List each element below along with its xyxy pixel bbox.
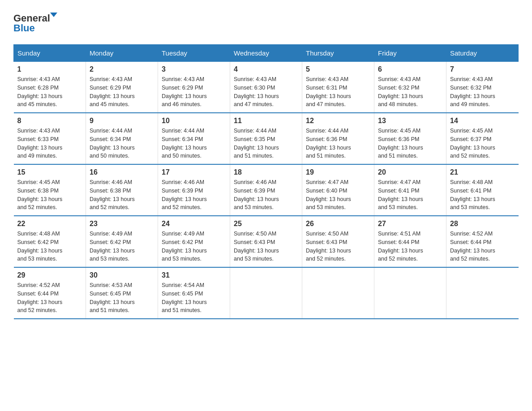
calendar-cell	[230, 267, 302, 319]
day-number: 31	[162, 271, 226, 279]
calendar-cell: 14 Sunrise: 4:45 AM Sunset: 6:37 PM Dayl…	[446, 113, 519, 164]
calendar-cell: 19 Sunrise: 4:47 AM Sunset: 6:40 PM Dayl…	[302, 164, 374, 216]
calendar-cell: 17 Sunrise: 4:46 AM Sunset: 6:39 PM Dayl…	[158, 164, 230, 216]
day-number: 11	[234, 117, 298, 125]
day-info: Sunrise: 4:46 AM Sunset: 6:39 PM Dayligh…	[162, 178, 226, 212]
calendar-cell: 11 Sunrise: 4:44 AM Sunset: 6:35 PM Dayl…	[230, 113, 302, 164]
calendar-week-5: 29 Sunrise: 4:52 AM Sunset: 6:44 PM Dayl…	[14, 267, 519, 319]
column-header-monday: Monday	[86, 45, 158, 62]
day-number: 16	[90, 168, 154, 176]
calendar-cell: 26 Sunrise: 4:50 AM Sunset: 6:43 PM Dayl…	[302, 216, 374, 267]
calendar-cell	[374, 267, 446, 319]
column-header-saturday: Saturday	[446, 45, 519, 62]
day-info: Sunrise: 4:50 AM Sunset: 6:43 PM Dayligh…	[306, 230, 370, 263]
calendar-cell: 27 Sunrise: 4:51 AM Sunset: 6:44 PM Dayl…	[374, 216, 446, 267]
day-number: 22	[17, 220, 82, 228]
day-number: 19	[306, 168, 370, 176]
calendar-cell: 18 Sunrise: 4:46 AM Sunset: 6:39 PM Dayl…	[230, 164, 302, 216]
day-info: Sunrise: 4:43 AM Sunset: 6:29 PM Dayligh…	[90, 75, 154, 109]
day-info: Sunrise: 4:43 AM Sunset: 6:32 PM Dayligh…	[450, 75, 515, 109]
column-header-tuesday: Tuesday	[158, 45, 230, 62]
day-number: 27	[378, 220, 442, 228]
calendar-week-1: 1 Sunrise: 4:43 AM Sunset: 6:28 PM Dayli…	[14, 62, 519, 113]
day-number: 30	[90, 271, 154, 279]
day-number: 25	[234, 220, 298, 228]
calendar-week-2: 8 Sunrise: 4:43 AM Sunset: 6:33 PM Dayli…	[14, 113, 519, 164]
calendar-cell: 8 Sunrise: 4:43 AM Sunset: 6:33 PM Dayli…	[14, 113, 86, 164]
calendar-cell: 13 Sunrise: 4:45 AM Sunset: 6:36 PM Dayl…	[374, 113, 446, 164]
calendar-cell: 1 Sunrise: 4:43 AM Sunset: 6:28 PM Dayli…	[14, 62, 86, 113]
day-info: Sunrise: 4:46 AM Sunset: 6:39 PM Dayligh…	[234, 178, 298, 212]
day-info: Sunrise: 4:44 AM Sunset: 6:35 PM Dayligh…	[234, 127, 298, 160]
calendar-cell: 28 Sunrise: 4:52 AM Sunset: 6:44 PM Dayl…	[446, 216, 519, 267]
calendar-cell: 22 Sunrise: 4:48 AM Sunset: 6:42 PM Dayl…	[14, 216, 86, 267]
day-number: 28	[450, 220, 515, 228]
day-info: Sunrise: 4:44 AM Sunset: 6:34 PM Dayligh…	[90, 127, 154, 160]
day-info: Sunrise: 4:54 AM Sunset: 6:45 PM Dayligh…	[162, 281, 226, 315]
column-header-wednesday: Wednesday	[230, 45, 302, 62]
logo-text: General Blue	[13, 9, 67, 35]
day-number: 12	[306, 117, 370, 125]
calendar-cell: 20 Sunrise: 4:47 AM Sunset: 6:41 PM Dayl…	[374, 164, 446, 216]
logo: General Blue	[13, 9, 67, 35]
day-info: Sunrise: 4:51 AM Sunset: 6:44 PM Dayligh…	[378, 230, 442, 263]
day-number: 9	[90, 117, 154, 125]
day-info: Sunrise: 4:45 AM Sunset: 6:36 PM Dayligh…	[378, 127, 442, 160]
calendar-cell: 6 Sunrise: 4:43 AM Sunset: 6:32 PM Dayli…	[374, 62, 446, 113]
day-info: Sunrise: 4:53 AM Sunset: 6:45 PM Dayligh…	[90, 281, 154, 315]
column-header-sunday: Sunday	[14, 45, 86, 62]
day-info: Sunrise: 4:52 AM Sunset: 6:44 PM Dayligh…	[17, 281, 82, 315]
day-number: 29	[17, 271, 82, 279]
day-number: 1	[17, 65, 82, 73]
day-number: 5	[306, 65, 370, 73]
day-info: Sunrise: 4:48 AM Sunset: 6:42 PM Dayligh…	[17, 230, 82, 263]
calendar-cell: 23 Sunrise: 4:49 AM Sunset: 6:42 PM Dayl…	[86, 216, 158, 267]
calendar-cell: 30 Sunrise: 4:53 AM Sunset: 6:45 PM Dayl…	[86, 267, 158, 319]
day-info: Sunrise: 4:50 AM Sunset: 6:43 PM Dayligh…	[234, 230, 298, 263]
day-number: 18	[234, 168, 298, 176]
calendar-cell: 25 Sunrise: 4:50 AM Sunset: 6:43 PM Dayl…	[230, 216, 302, 267]
day-number: 7	[450, 65, 515, 73]
day-info: Sunrise: 4:44 AM Sunset: 6:36 PM Dayligh…	[306, 127, 370, 160]
calendar-cell	[446, 267, 519, 319]
column-header-friday: Friday	[374, 45, 446, 62]
calendar-cell: 9 Sunrise: 4:44 AM Sunset: 6:34 PM Dayli…	[86, 113, 158, 164]
day-number: 24	[162, 220, 226, 228]
day-info: Sunrise: 4:43 AM Sunset: 6:33 PM Dayligh…	[17, 127, 82, 160]
day-info: Sunrise: 4:47 AM Sunset: 6:40 PM Dayligh…	[306, 178, 370, 212]
day-number: 15	[17, 168, 82, 176]
calendar-table: SundayMondayTuesdayWednesdayThursdayFrid…	[13, 44, 519, 319]
day-info: Sunrise: 4:43 AM Sunset: 6:32 PM Dayligh…	[378, 75, 442, 109]
day-number: 21	[450, 168, 515, 176]
day-number: 10	[162, 117, 226, 125]
day-info: Sunrise: 4:47 AM Sunset: 6:41 PM Dayligh…	[378, 178, 442, 212]
day-info: Sunrise: 4:43 AM Sunset: 6:28 PM Dayligh…	[17, 75, 82, 109]
day-info: Sunrise: 4:52 AM Sunset: 6:44 PM Dayligh…	[450, 230, 515, 263]
day-info: Sunrise: 4:45 AM Sunset: 6:38 PM Dayligh…	[17, 178, 82, 212]
calendar-week-4: 22 Sunrise: 4:48 AM Sunset: 6:42 PM Dayl…	[14, 216, 519, 267]
calendar-cell: 3 Sunrise: 4:43 AM Sunset: 6:29 PM Dayli…	[158, 62, 230, 113]
calendar-cell: 31 Sunrise: 4:54 AM Sunset: 6:45 PM Dayl…	[158, 267, 230, 319]
calendar-cell: 15 Sunrise: 4:45 AM Sunset: 6:38 PM Dayl…	[14, 164, 86, 216]
day-info: Sunrise: 4:44 AM Sunset: 6:34 PM Dayligh…	[162, 127, 226, 160]
day-info: Sunrise: 4:49 AM Sunset: 6:42 PM Dayligh…	[90, 230, 154, 263]
calendar-cell: 4 Sunrise: 4:43 AM Sunset: 6:30 PM Dayli…	[230, 62, 302, 113]
day-info: Sunrise: 4:43 AM Sunset: 6:29 PM Dayligh…	[162, 75, 226, 109]
day-number: 14	[450, 117, 515, 125]
calendar-cell: 21 Sunrise: 4:48 AM Sunset: 6:41 PM Dayl…	[446, 164, 519, 216]
svg-text:Blue: Blue	[13, 22, 35, 34]
day-info: Sunrise: 4:45 AM Sunset: 6:37 PM Dayligh…	[450, 127, 515, 160]
column-header-thursday: Thursday	[302, 45, 374, 62]
day-number: 8	[17, 117, 82, 125]
day-number: 17	[162, 168, 226, 176]
calendar-cell: 10 Sunrise: 4:44 AM Sunset: 6:34 PM Dayl…	[158, 113, 230, 164]
calendar-cell	[302, 267, 374, 319]
calendar-cell: 24 Sunrise: 4:49 AM Sunset: 6:42 PM Dayl…	[158, 216, 230, 267]
calendar-cell: 12 Sunrise: 4:44 AM Sunset: 6:36 PM Dayl…	[302, 113, 374, 164]
calendar-cell: 29 Sunrise: 4:52 AM Sunset: 6:44 PM Dayl…	[14, 267, 86, 319]
day-number: 6	[378, 65, 442, 73]
calendar-cell: 16 Sunrise: 4:46 AM Sunset: 6:38 PM Dayl…	[86, 164, 158, 216]
day-info: Sunrise: 4:43 AM Sunset: 6:31 PM Dayligh…	[306, 75, 370, 109]
day-number: 3	[162, 65, 226, 73]
day-number: 4	[234, 65, 298, 73]
